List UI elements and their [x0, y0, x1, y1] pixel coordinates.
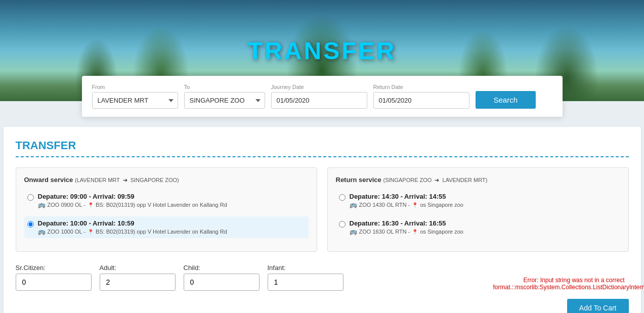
bus-icon-2: 🚌: [38, 228, 46, 235]
return-date-input[interactable]: [373, 92, 469, 109]
cart-row: Add To Cart: [16, 299, 629, 313]
to-select[interactable]: LAVENDER MRT SINGAPORE ZOO CITY HALL MRT…: [184, 92, 265, 109]
journey-date-input[interactable]: [271, 92, 367, 109]
search-button[interactable]: Search: [476, 91, 536, 109]
infant-input[interactable]: [268, 274, 344, 291]
bus-icon-1: 🚌: [38, 201, 46, 208]
error-area: Error: Input string was not in a correct…: [352, 277, 629, 291]
child-input[interactable]: [184, 274, 260, 291]
to-field-group: To LAVENDER MRT SINGAPORE ZOO CITY HALL …: [184, 84, 265, 109]
return-bus-icon-1: 🚌: [350, 201, 357, 208]
onward-option-2[interactable]: Depature: 10:00 - Arrival: 10:59 🚌 ZOO 1…: [24, 216, 309, 238]
section-divider: [16, 156, 629, 157]
return-time-2: Depature: 16:30 - Arrival: 16:55: [350, 219, 617, 227]
onward-option-1[interactable]: Depature: 09:00 - Arrival: 09:59 🚌 ZOO 0…: [24, 190, 309, 211]
pin-icon-1: 📍: [88, 202, 94, 208]
search-bar: From LAVENDER MRT SINGAPORE ZOO CITY HAL…: [82, 76, 563, 117]
return-arrow-icon: ➔: [435, 177, 439, 183]
onward-detail-1: 🚌 ZOO 0900 OL - 📍 BS: B02(01319) opp V H…: [38, 201, 306, 208]
onward-time-2: Depature: 10:00 - Arrival: 10:59: [38, 219, 306, 227]
adult-field: Adult:: [100, 264, 176, 291]
sr-citizen-label: Sr.Citizen:: [16, 264, 92, 272]
journey-date-label: Journey Date: [271, 84, 367, 90]
section-title: TRANSFER: [16, 139, 629, 152]
return-service-header: Return service (SINGAPORE ZOO ➔ LAVENDER…: [336, 176, 620, 184]
onward-detail-2: 🚌 ZOO 1000 OL - 📍 BS: B02(01319) opp V H…: [38, 228, 306, 235]
journey-date-field-group: Journey Date: [271, 84, 367, 109]
hero-title: TRANSFER: [248, 37, 396, 65]
sr-citizen-field: Sr.Citizen:: [16, 264, 92, 291]
sr-citizen-input[interactable]: [16, 274, 92, 291]
return-pin-icon-1: 📍: [412, 202, 418, 208]
adult-input[interactable]: [100, 274, 176, 291]
onward-time-1: Depature: 09:00 - Arrival: 09:59: [38, 193, 306, 200]
onward-service-box: Onward service (LAVENDER MRT ➔ SINGAPORE…: [16, 167, 317, 252]
infant-label: Infant:: [268, 264, 344, 272]
search-bar-wrapper: From LAVENDER MRT SINGAPORE ZOO CITY HAL…: [0, 76, 644, 117]
adult-label: Adult:: [100, 264, 176, 272]
pin-icon-2: 📍: [88, 229, 94, 235]
return-pin-icon-2: 📍: [412, 229, 418, 235]
return-option-2[interactable]: Depature: 16:30 - Arrival: 16:55 🚌 ZOO 1…: [336, 216, 620, 238]
arrow-icon: ➔: [123, 177, 127, 183]
main-content: TRANSFER Onward service (LAVENDER MRT ➔ …: [4, 127, 641, 313]
return-bus-icon-2: 🚌: [350, 228, 357, 235]
infant-field: Infant:: [268, 264, 344, 291]
to-label: To: [184, 84, 265, 90]
return-date-field-group: Return Date: [373, 84, 469, 109]
return-option-1[interactable]: Depature: 14:30 - Arrival: 14:55 🚌 ZOO 1…: [336, 190, 620, 211]
return-detail-2: 🚌 ZOO 1630 OL RTN - 📍 os Singapore zoo: [350, 228, 617, 235]
onward-radio-1[interactable]: [27, 194, 34, 201]
from-field-group: From LAVENDER MRT SINGAPORE ZOO CITY HAL…: [92, 84, 178, 109]
return-time-1: Depature: 14:30 - Arrival: 14:55: [350, 193, 617, 200]
passenger-row: Sr.Citizen: Adult: Child: Infant: Error:…: [16, 264, 629, 291]
child-label: Child:: [184, 264, 260, 272]
error-message: Error: Input string was not in a correct…: [493, 277, 625, 291]
return-date-label: Return Date: [373, 84, 469, 90]
return-detail-1: 🚌 ZOO 1430 OL RTN - 📍 os Singapore zoo: [350, 201, 617, 208]
child-field: Child:: [184, 264, 260, 291]
services-grid: Onward service (LAVENDER MRT ➔ SINGAPORE…: [16, 167, 629, 252]
from-select[interactable]: LAVENDER MRT SINGAPORE ZOO CITY HALL MRT…: [92, 92, 178, 109]
add-to-cart-button[interactable]: Add To Cart: [567, 299, 629, 313]
return-radio-2[interactable]: [339, 221, 346, 228]
return-radio-1[interactable]: [339, 194, 346, 201]
onward-service-header: Onward service (LAVENDER MRT ➔ SINGAPORE…: [24, 176, 309, 184]
onward-radio-2[interactable]: [27, 221, 34, 228]
from-label: From: [92, 84, 178, 90]
return-service-box: Return service (SINGAPORE ZOO ➔ LAVENDER…: [327, 167, 629, 252]
